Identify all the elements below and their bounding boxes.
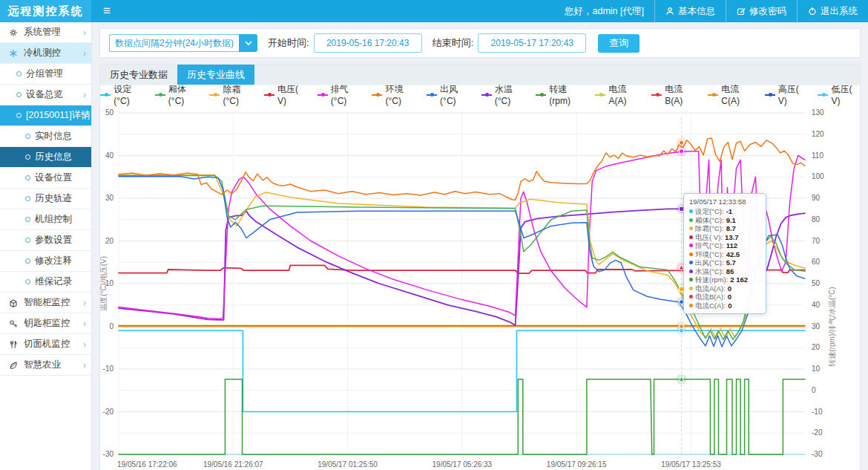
legend-item-3[interactable]: 电压( V) xyxy=(264,83,306,106)
x-tick-label: 19/05/17 05:26:33 xyxy=(433,460,493,469)
sidebar-item-5[interactable]: 实时信息 xyxy=(0,126,91,147)
sidebar-item-label: 机组控制 xyxy=(35,213,72,226)
sidebar-item-8[interactable]: 历史轨迹 xyxy=(0,189,91,209)
y-left-tick: -10 xyxy=(103,365,114,373)
change-password-button[interactable]: 修改密码 xyxy=(726,0,797,22)
sidebar-item-4[interactable]: [20150011]详情› xyxy=(0,105,91,126)
legend-marker-icon xyxy=(651,94,662,96)
y-right-tick: 70 xyxy=(812,237,821,245)
bullet-icon xyxy=(25,134,30,139)
sidebar-item-label: 钥匙柜监控 xyxy=(24,317,70,330)
sidebar-item-1[interactable]: 冷机测控› xyxy=(0,43,91,64)
y-right-tick: 30 xyxy=(812,322,821,330)
sidebar-item-16[interactable]: 智慧农业› xyxy=(0,355,91,376)
legend-item-9[interactable]: 电流A(A) xyxy=(595,83,640,106)
machine-icon xyxy=(8,340,19,349)
legend-item-0[interactable]: 设定(°C) xyxy=(100,83,144,106)
sidebar-item-label: 维保记录 xyxy=(35,275,72,288)
history-curve-chart[interactable]: 50403020100-10-20-3013012011010090807060… xyxy=(100,104,861,470)
sidebar-item-label: 智能柜监控 xyxy=(24,296,70,309)
sidebar-item-13[interactable]: 智能柜监控› xyxy=(0,293,91,313)
legend-label: 电流A(A) xyxy=(608,83,640,106)
bullet-icon xyxy=(25,175,30,180)
legend-marker-icon xyxy=(209,94,220,96)
sidebar-item-14[interactable]: 钥匙柜监控› xyxy=(0,313,91,334)
sidebar-item-3[interactable]: 设备总览› xyxy=(0,85,91,105)
query-button[interactable]: 查询 xyxy=(598,34,640,53)
sidebar: 系统管理›冷机测控›分组管理设备总览›[20150011]详情›实时信息历史信息… xyxy=(0,22,92,470)
chart-card: 设定(°C)厢体(°C)除霜(°C)电压( V)排气(°C)环境(°C)出风(°… xyxy=(99,85,861,470)
y-right-tick: 40 xyxy=(812,301,821,309)
main-content: 数据点间隔2分钟(24小时数据) 开始时间: 结束时间: 查询 历史专业数据 历… xyxy=(92,22,868,470)
sidebar-item-label: 分组管理 xyxy=(26,68,63,80)
tab-history-curve[interactable]: 历史专业曲线 xyxy=(177,65,254,85)
bullet-icon xyxy=(25,279,30,284)
y-right-tick: 50 xyxy=(812,279,821,287)
legend-label: 排气(°C) xyxy=(331,83,361,106)
basic-info-button[interactable]: 基本信息 xyxy=(654,0,726,22)
edit-icon xyxy=(737,7,746,16)
legend-item-7[interactable]: 水温(°C) xyxy=(481,83,525,106)
pointer-marker xyxy=(680,328,684,333)
legend-marker-icon xyxy=(100,94,111,96)
query-toolbar: 数据点间隔2分钟(24小时数据) 开始时间: 结束时间: 查询 xyxy=(99,28,861,58)
legend-marker-icon xyxy=(318,94,328,96)
x-tick-label: 19/05/17 01:25:50 xyxy=(318,460,378,469)
sidebar-item-label: [20150011]详情 xyxy=(26,109,91,122)
y-right-tick: 10 xyxy=(812,365,821,373)
gear-icon xyxy=(8,28,19,37)
sidebar-item-7[interactable]: 设备位置 xyxy=(0,168,91,189)
sidebar-item-6[interactable]: 历史信息 xyxy=(0,147,91,168)
power-icon xyxy=(808,7,817,16)
y-right-tick: 60 xyxy=(812,258,821,266)
chevron-right-icon: › xyxy=(83,48,86,59)
chevron-down-icon[interactable] xyxy=(239,34,257,52)
sidebar-item-0[interactable]: 系统管理› xyxy=(0,22,91,43)
y-right-tick: 90 xyxy=(812,194,821,202)
legend-item-6[interactable]: 出风(°C) xyxy=(427,83,470,106)
legend-item-8[interactable]: 转速(rpm) xyxy=(536,83,584,106)
legend-label: 高压( V) xyxy=(778,83,807,106)
user-icon xyxy=(665,7,674,16)
legend-item-13[interactable]: 低压( V) xyxy=(818,83,860,106)
legend-item-1[interactable]: 厢体(°C) xyxy=(155,83,199,106)
legend-item-11[interactable]: 电流C(A) xyxy=(708,83,754,106)
legend-marker-icon xyxy=(595,94,605,96)
legend-item-10[interactable]: 电流B(A) xyxy=(651,83,697,106)
legend-label: 除霜(°C) xyxy=(223,83,252,106)
chevron-right-icon: › xyxy=(83,90,86,100)
start-time-input[interactable] xyxy=(314,33,422,53)
end-time-input[interactable] xyxy=(478,33,586,53)
start-time-label: 开始时间: xyxy=(268,36,309,50)
user-greeting: 您好，admin [代理] xyxy=(554,0,654,22)
hamburger-menu-icon[interactable]: ≡ xyxy=(91,4,122,19)
chevron-right-icon: › xyxy=(83,111,86,121)
legend-item-2[interactable]: 除霜(°C) xyxy=(209,83,253,106)
interval-select[interactable]: 数据点间隔2分钟(24小时数据) xyxy=(109,34,257,52)
legend-item-4[interactable]: 排气(°C) xyxy=(318,83,361,106)
y-left-tick: 40 xyxy=(105,151,114,160)
y-right-tick: 110 xyxy=(812,151,823,160)
logout-button[interactable]: 退出系统 xyxy=(797,0,868,22)
sidebar-item-11[interactable]: 修改注释 xyxy=(0,251,91,272)
sidebar-item-10[interactable]: 参数设置 xyxy=(0,230,91,251)
y-right-tick: 0 xyxy=(812,386,816,394)
y-right-axis-name: 转速(rpm)/排气/水温(°C) xyxy=(828,287,836,366)
sidebar-item-label: 切面机监控 xyxy=(24,338,70,350)
sidebar-item-9[interactable]: 机组控制 xyxy=(0,209,91,230)
sidebar-item-12[interactable]: 维保记录 xyxy=(0,272,91,293)
pointer-marker xyxy=(680,149,684,154)
y-right-tick: 80 xyxy=(812,215,821,223)
snowflake-icon xyxy=(8,49,19,58)
x-tick-label: 19/05/16 21:26:07 xyxy=(203,460,263,469)
legend-item-5[interactable]: 环境(°C) xyxy=(372,83,415,106)
sidebar-item-2[interactable]: 分组管理 xyxy=(0,64,91,85)
legend-item-12[interactable]: 高压( V) xyxy=(765,83,807,106)
sidebar-item-label: 参数设置 xyxy=(35,234,72,247)
cabinet-icon xyxy=(8,298,19,307)
key-icon xyxy=(8,319,19,328)
sidebar-item-15[interactable]: 切面机监控› xyxy=(0,334,91,355)
tab-history-data[interactable]: 历史专业数据 xyxy=(100,65,177,85)
y-right-tick: 130 xyxy=(812,108,824,117)
legend-marker-icon xyxy=(818,94,828,96)
